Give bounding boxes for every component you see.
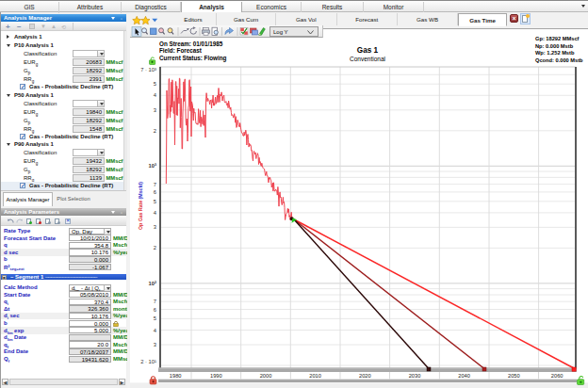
svg-text:3: 3: [154, 224, 156, 230]
svg-text:Gp: 18292 MMscf: Gp: 18292 MMscf: [535, 36, 580, 41]
svg-text:2: 2: [154, 245, 156, 251]
svg-text:2050: 2050: [508, 373, 520, 379]
svg-text:1980: 1980: [170, 373, 182, 379]
svg-text:2010: 2010: [309, 373, 321, 379]
svg-text:5: 5: [154, 315, 156, 321]
svg-text:3: 3: [154, 107, 156, 113]
svg-text:Qcond: 0.000 Mstb: Qcond: 0.000 Mstb: [535, 57, 583, 63]
svg-text:On Stream: 01/01/1985: On Stream: 01/01/1985: [159, 40, 223, 47]
svg-text:7: 7: [154, 299, 156, 304]
svg-text:10³: 10³: [149, 163, 156, 169]
svg-text:Current Status: Flowing: Current Status: Flowing: [159, 55, 227, 62]
svg-text:2060: 2060: [551, 373, 564, 379]
svg-text:Np: 0.000 Mstb: Np: 0.000 Mstb: [535, 43, 574, 49]
svg-text:Gas 1: Gas 1: [357, 46, 379, 55]
svg-text:2: 2: [154, 128, 156, 134]
svg-text:6: 6: [154, 307, 156, 313]
svg-text:1990: 1990: [210, 373, 222, 379]
svg-text:7: 7: [154, 182, 156, 187]
svg-text:2 · 10¹: 2 · 10¹: [140, 359, 156, 364]
svg-text:5: 5: [154, 81, 156, 87]
svg-text:7 · 10³: 7 · 10³: [140, 67, 156, 73]
svg-text:2030: 2030: [409, 373, 421, 379]
svg-text:10²: 10²: [149, 281, 156, 286]
svg-text:3: 3: [154, 342, 156, 348]
svg-text:2020: 2020: [359, 373, 371, 379]
svg-text:Field: Forecast: Field: Forecast: [159, 47, 203, 54]
svg-text:Conventional: Conventional: [350, 56, 385, 62]
svg-text:Wp: 1.252 Mstb: Wp: 1.252 Mstb: [535, 50, 575, 56]
svg-text:5: 5: [154, 199, 156, 204]
svg-text:2040: 2040: [458, 373, 470, 379]
svg-text:6: 6: [154, 189, 156, 195]
svg-text:Op Gas Rate (Mscfd): Op Gas Rate (Mscfd): [138, 182, 143, 230]
svg-text:2000: 2000: [260, 373, 272, 379]
